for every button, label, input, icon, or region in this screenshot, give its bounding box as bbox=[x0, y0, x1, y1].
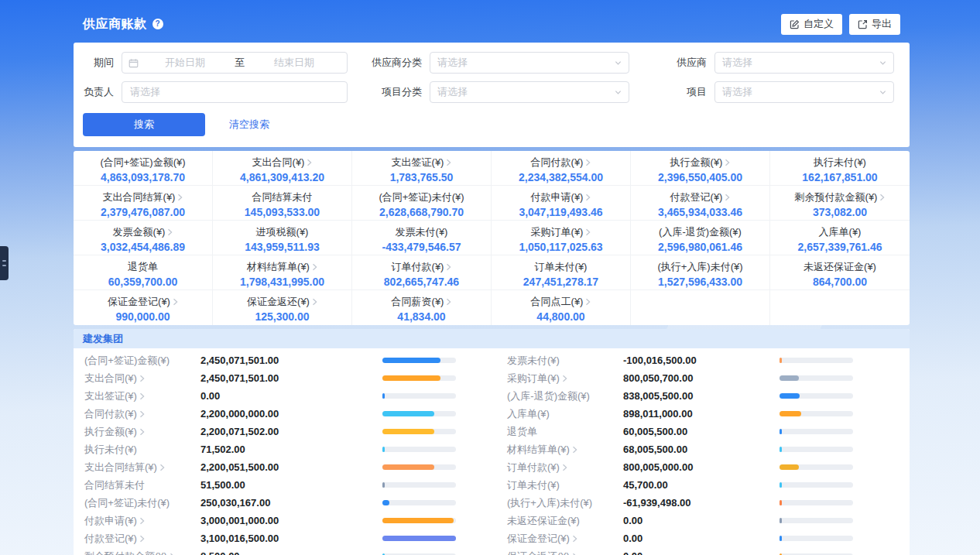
detail-row-label[interactable]: 支出签证(¥) bbox=[84, 389, 200, 403]
export-button[interactable]: 导出 bbox=[849, 14, 900, 35]
detail-row-value: 800,050,700.00 bbox=[623, 372, 693, 384]
customize-button[interactable]: 自定义 bbox=[781, 14, 842, 35]
stat-card-value: 2,596,980,061.46 bbox=[631, 241, 769, 253]
progress-bar bbox=[780, 464, 853, 470]
detail-row-value: 51,500.00 bbox=[200, 479, 245, 491]
detail-row: 支出合同(¥) 2,450,071,501.00 bbox=[74, 369, 492, 387]
stat-card-value: -433,479,546.57 bbox=[352, 241, 491, 253]
filter-panel: 期间 开始日期 至 结束日期 供应商分类 请选择 bbox=[74, 43, 910, 147]
stat-label-text: 订单未付(¥) bbox=[535, 261, 588, 272]
detail-row-label[interactable]: 支出合同结算(¥) bbox=[84, 461, 200, 474]
side-drawer-handle[interactable] bbox=[0, 246, 9, 280]
stat-card-value: 373,082.00 bbox=[770, 206, 910, 218]
detail-label-text: (合同+签证)未付(¥) bbox=[84, 496, 170, 510]
stat-card[interactable]: 订单付款(¥) 802,665,747.46 bbox=[352, 255, 492, 290]
stat-card-value: 145,093,533.00 bbox=[213, 206, 351, 218]
detail-row-label[interactable]: 保证金登记(¥) bbox=[507, 532, 623, 546]
stat-label-text: 支出合同(¥) bbox=[252, 156, 305, 168]
detail-row: 未返还保证金(¥) 0.00 bbox=[492, 512, 910, 529]
stat-card[interactable]: 合同点工(¥) 44,800.00 bbox=[492, 290, 631, 325]
project-category-select[interactable]: 请选择 bbox=[430, 81, 629, 103]
detail-row-label[interactable]: 合同付款(¥) bbox=[84, 407, 200, 421]
stat-card[interactable]: 付款登记(¥) 3,465,934,033.46 bbox=[631, 186, 770, 221]
clear-search-link[interactable]: 清空搜索 bbox=[229, 118, 269, 132]
stat-card-label: (入库-退货)金额(¥) bbox=[631, 226, 769, 238]
detail-row-label: 未返还保证金(¥) bbox=[507, 514, 623, 528]
stat-card[interactable]: 支出合同结算(¥) 2,379,476,087.00 bbox=[74, 186, 213, 221]
detail-row-label: (入库-退货)金额(¥) bbox=[507, 389, 623, 403]
progress-bar bbox=[382, 411, 456, 416]
stat-card[interactable]: 采购订单(¥) 1,050,117,025.63 bbox=[492, 221, 631, 255]
detail-row-label[interactable]: 采购订单(¥) bbox=[507, 372, 623, 385]
stat-card-value: 3,032,454,486.89 bbox=[74, 241, 212, 253]
detail-row: 发票未付(¥) -100,016,500.00 bbox=[492, 351, 910, 369]
detail-row-label[interactable]: 剩余预付款金额(¥) bbox=[84, 550, 200, 555]
arrow-right-icon bbox=[177, 194, 183, 201]
stat-card[interactable]: 支出签证(¥) 1,783,765.50 bbox=[352, 151, 492, 186]
stat-card[interactable]: 剩余预付款金额(¥) 373,082.00 bbox=[770, 186, 910, 221]
page-header: 供应商账款 ? 自定义 导出 bbox=[74, 13, 910, 35]
stat-label-text: 支出合同结算(¥) bbox=[103, 191, 176, 203]
stat-card[interactable]: 合同付款(¥) 2,234,382,554.00 bbox=[492, 151, 631, 186]
stat-card-value: 3,047,119,493.46 bbox=[492, 206, 630, 218]
supplier-category-select[interactable]: 请选择 bbox=[430, 52, 629, 74]
owner-field: 负责人 请选择 bbox=[83, 81, 354, 103]
detail-row-value: 2,200,071,502.00 bbox=[200, 426, 279, 437]
detail-row-label[interactable]: 支出合同(¥) bbox=[84, 372, 200, 385]
select-placeholder: 请选择 bbox=[722, 85, 752, 99]
supplier-select[interactable]: 请选择 bbox=[714, 52, 894, 74]
stat-card[interactable]: 执行金额(¥) 2,396,550,405.00 bbox=[631, 151, 770, 186]
detail-row-label[interactable]: 材料结算单(¥) bbox=[507, 443, 623, 457]
detail-row: (执行+入库)未付(¥) -61,939,498.00 bbox=[492, 494, 910, 512]
detail-row-label[interactable]: 付款申请(¥) bbox=[84, 514, 200, 528]
date-range-input[interactable]: 开始日期 至 结束日期 bbox=[122, 52, 348, 74]
arrow-right-icon bbox=[173, 298, 178, 306]
detail-row-label: (合同+签证)金额(¥) bbox=[84, 354, 200, 368]
chevron-down-icon bbox=[615, 89, 622, 96]
stat-label-text: 付款申请(¥) bbox=[531, 191, 584, 203]
progress-bar-fill bbox=[382, 375, 440, 381]
stat-card[interactable]: 发票金额(¥) 3,032,454,486.89 bbox=[74, 221, 213, 255]
start-date-placeholder[interactable]: 开始日期 bbox=[139, 56, 231, 70]
stat-card-label: 合同点工(¥) bbox=[492, 296, 630, 307]
progress-bar bbox=[382, 482, 456, 488]
detail-label-text: 执行未付(¥) bbox=[84, 443, 137, 457]
detail-row-label[interactable]: 订单付款(¥) bbox=[507, 461, 623, 474]
detail-row: 支出签证(¥) 0.00 bbox=[74, 387, 492, 405]
stat-label-text: 未返还保证金(¥) bbox=[804, 261, 876, 272]
progress-bar bbox=[382, 464, 456, 470]
help-icon[interactable]: ? bbox=[152, 19, 163, 29]
progress-bar bbox=[382, 429, 456, 434]
arrow-right-icon bbox=[159, 464, 165, 471]
search-button[interactable]: 搜索 bbox=[83, 113, 205, 136]
detail-row-label: (合同+签证)未付(¥) bbox=[84, 496, 200, 510]
group-header: 建发集团 bbox=[74, 329, 910, 348]
stat-card[interactable]: 保证金返还(¥) 125,300.00 bbox=[213, 290, 352, 325]
arrow-right-icon bbox=[572, 553, 577, 555]
stat-card-label: 订单付款(¥) bbox=[352, 261, 491, 272]
drawer-handle-icon bbox=[2, 265, 6, 266]
progress-bar-fill bbox=[780, 375, 799, 381]
stat-card: 发票未付(¥) -433,479,546.57 bbox=[352, 221, 492, 255]
detail-label-text: 未返还保证金(¥) bbox=[507, 514, 580, 528]
stat-card[interactable]: 付款申请(¥) 3,047,119,493.46 bbox=[492, 186, 631, 221]
stat-card-label: (合同+签证)未付(¥) bbox=[352, 191, 491, 203]
stat-card[interactable]: 材料结算单(¥) 1,798,431,995.00 bbox=[213, 255, 352, 290]
stat-card[interactable]: 支出合同(¥) 4,861,309,413.20 bbox=[213, 151, 352, 186]
stat-label-text: (入库-退货)金额(¥) bbox=[659, 226, 742, 238]
arrow-right-icon bbox=[139, 375, 145, 382]
stat-card[interactable]: 合同薪资(¥) 41,834.00 bbox=[352, 290, 492, 325]
stat-label-text: 合同结算未付 bbox=[252, 191, 313, 203]
detail-row-label: 退货单 bbox=[507, 425, 623, 439]
project-select[interactable]: 请选择 bbox=[714, 81, 894, 103]
detail-row-label[interactable]: 付款登记(¥) bbox=[84, 532, 200, 546]
stat-card[interactable]: 保证金登记(¥) 990,000.00 bbox=[74, 290, 213, 325]
detail-row-label[interactable]: 执行金额(¥) bbox=[84, 425, 200, 439]
end-date-placeholder[interactable]: 结束日期 bbox=[248, 56, 341, 70]
stat-card-label: 付款登记(¥) bbox=[631, 191, 769, 203]
supplier-category-field: 供应商分类 请选择 bbox=[354, 52, 639, 74]
stat-label-text: 付款登记(¥) bbox=[670, 191, 723, 203]
owner-input[interactable]: 请选择 bbox=[122, 81, 348, 103]
detail-row-value: 8,500.00 bbox=[200, 550, 240, 555]
detail-row-label[interactable]: 保证金返还(¥) bbox=[507, 550, 623, 555]
